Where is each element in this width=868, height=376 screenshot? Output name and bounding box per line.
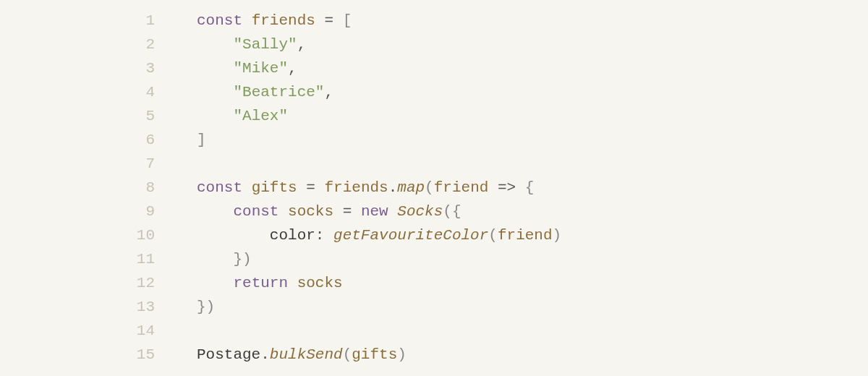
token-str: "Mike"	[233, 60, 288, 77]
line-number: 5	[0, 104, 197, 128]
line-number: 6	[0, 128, 197, 152]
token-ws	[315, 12, 325, 29]
token-kw: const	[197, 12, 242, 29]
token-ws	[333, 203, 343, 220]
line-number: 11	[0, 247, 197, 271]
code-line: 2 "Sally",	[0, 33, 868, 56]
token-pun: }	[233, 251, 242, 268]
code-content: "Sally",	[197, 33, 306, 56]
token-ws	[197, 275, 233, 291]
token-ws	[197, 227, 270, 244]
line-number: 12	[0, 271, 197, 295]
code-content: ]	[197, 128, 206, 152]
code-line: 10 color: getFavouriteColor(friend)	[0, 223, 868, 247]
token-op: =	[306, 179, 315, 196]
token-op: =>	[498, 179, 516, 196]
token-pun: }	[197, 299, 206, 315]
token-ws	[333, 12, 343, 29]
token-ws	[516, 179, 525, 196]
token-str: "Alex"	[233, 108, 288, 124]
code-line: 7	[0, 152, 868, 176]
token-kw: return	[233, 275, 288, 291]
token-op: :	[315, 227, 325, 244]
token-prop: color	[270, 227, 315, 244]
code-line: 6]	[0, 128, 868, 152]
token-op: .	[260, 346, 270, 363]
token-ws	[242, 179, 252, 196]
token-var: friend	[498, 227, 553, 244]
code-content: color: getFavouriteColor(friend)	[197, 223, 561, 247]
token-pun: )	[553, 227, 562, 244]
token-ws	[352, 203, 361, 220]
token-pun: )	[242, 251, 252, 268]
token-var: gifts	[352, 346, 397, 363]
code-content: })	[197, 247, 252, 271]
code-content: "Beatrice",	[197, 80, 333, 104]
token-var: gifts	[252, 179, 297, 196]
token-pun: {	[452, 203, 461, 220]
code-content: const gifts = friends.map(friend => {	[197, 176, 534, 200]
code-content: })	[197, 295, 215, 319]
token-op: ,	[297, 36, 307, 53]
token-ws	[488, 179, 498, 196]
code-line: 9 const socks = new Socks({	[0, 200, 868, 223]
token-kw: const	[197, 179, 242, 196]
code-content: const socks = new Socks({	[197, 200, 461, 223]
token-fn: Socks	[397, 203, 443, 220]
token-pun: (	[488, 227, 498, 244]
token-op: =	[324, 12, 333, 29]
token-ws	[197, 203, 233, 220]
line-number: 2	[0, 33, 197, 56]
line-number: 4	[0, 80, 197, 104]
code-line: 15Postage.bulkSend(gifts)	[0, 343, 868, 367]
token-str: "Beatrice"	[233, 84, 324, 101]
token-ws	[297, 179, 307, 196]
token-kw: new	[361, 203, 388, 220]
code-line: 8const gifts = friends.map(friend => {	[0, 176, 868, 200]
token-fn: getFavouriteColor	[333, 227, 488, 244]
token-op: ,	[288, 60, 297, 77]
code-line: 12 return socks	[0, 271, 868, 295]
token-ws	[197, 36, 233, 53]
token-ws	[388, 203, 398, 220]
token-op: .	[388, 179, 398, 196]
token-pun: )	[206, 299, 216, 315]
code-line: 13})	[0, 295, 868, 319]
code-line: 14	[0, 319, 868, 343]
token-op: =	[343, 203, 352, 220]
token-pun: ]	[197, 132, 206, 148]
token-ws	[197, 108, 233, 124]
line-number: 8	[0, 176, 197, 200]
token-fn: bulkSend	[270, 346, 343, 363]
token-cls: Postage	[197, 346, 260, 363]
token-ws	[315, 179, 325, 196]
token-pun: [	[343, 12, 352, 29]
line-number: 3	[0, 56, 197, 80]
code-line: 4 "Beatrice",	[0, 80, 868, 104]
line-number: 10	[0, 223, 197, 247]
token-str: "Sally"	[233, 36, 297, 53]
line-number: 9	[0, 200, 197, 223]
token-var: friend	[434, 179, 489, 196]
token-ws	[288, 275, 297, 291]
code-content: "Alex"	[197, 104, 288, 128]
line-number: 14	[0, 319, 197, 343]
code-content: "Mike",	[197, 56, 297, 80]
code-line: 5 "Alex"	[0, 104, 868, 128]
code-line: 1const friends = [	[0, 9, 868, 33]
code-content: const friends = [	[197, 9, 352, 33]
token-var: socks	[297, 275, 343, 291]
token-var: friends	[324, 179, 388, 196]
line-number: 15	[0, 343, 197, 367]
token-pun: (	[425, 179, 434, 196]
token-pun: {	[525, 179, 535, 196]
token-pun: )	[397, 346, 407, 363]
code-content: return socks	[197, 271, 343, 295]
token-kw: const	[233, 203, 278, 220]
token-ws	[278, 203, 288, 220]
line-number: 7	[0, 152, 197, 176]
token-ws	[197, 251, 233, 268]
line-number: 1	[0, 9, 197, 33]
token-op: ,	[324, 84, 333, 101]
code-line: 11 })	[0, 247, 868, 271]
